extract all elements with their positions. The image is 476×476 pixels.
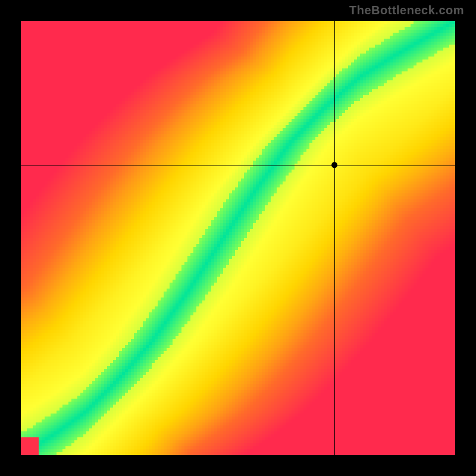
overlay-canvas [21,21,455,455]
chart-frame: TheBottleneck.com [0,0,476,476]
watermark-text: TheBottleneck.com [349,4,464,17]
